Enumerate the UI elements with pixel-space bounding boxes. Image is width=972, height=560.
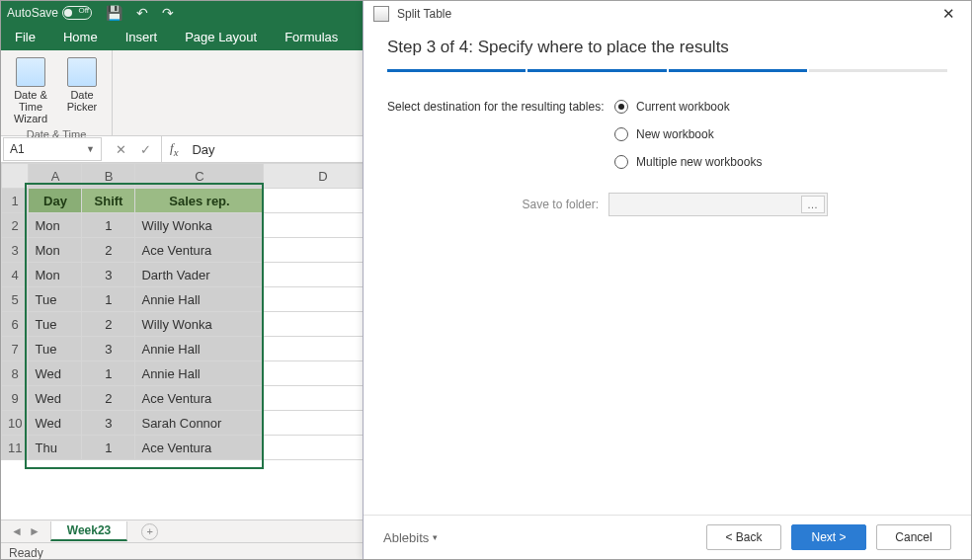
autosave-label: AutoSave [7, 6, 58, 20]
save-folder-label: Save to folder: [387, 198, 599, 211]
row-header[interactable]: 10 [2, 411, 29, 436]
tab-formulas[interactable]: Formulas [271, 25, 352, 50]
tab-file[interactable]: File [1, 25, 49, 50]
cell[interactable]: Mon [29, 263, 82, 287]
destination-label: Select destination for the resulting tab… [387, 100, 614, 114]
calendar-clock-icon [16, 57, 45, 87]
tab-pagelayout[interactable]: Page Layout [171, 25, 271, 50]
radio-current-workbook[interactable]: Current workbook [614, 100, 762, 114]
quick-access-toolbar: 💾 ↶ ↷ [106, 5, 174, 21]
cancel-button[interactable]: Cancel [876, 524, 951, 550]
cell[interactable]: Darth Vader [135, 263, 264, 287]
cell[interactable]: Annie Hall [135, 287, 264, 312]
formula-value[interactable]: Day [186, 142, 214, 157]
cell[interactable]: Tue [29, 337, 82, 361]
cell[interactable]: Sarah Connor [135, 411, 264, 436]
sheet-nav[interactable]: ◄ ► [1, 524, 50, 538]
cell[interactable]: 1 [82, 436, 135, 460]
col-header-B[interactable]: B [82, 164, 135, 189]
row-header[interactable]: 9 [2, 386, 29, 411]
cell[interactable]: 2 [82, 238, 135, 263]
cell[interactable]: Sales rep. [135, 189, 264, 213]
toggle-icon: Off [62, 6, 92, 20]
tab-home[interactable]: Home [49, 25, 112, 50]
cell[interactable]: Day [29, 189, 82, 213]
row-header[interactable]: 8 [2, 361, 29, 386]
cell[interactable]: Mon [29, 213, 82, 238]
status-text: Ready [9, 546, 43, 560]
row-header[interactable]: 6 [2, 312, 29, 337]
cell[interactable]: 3 [82, 337, 135, 361]
cell[interactable]: Tue [29, 287, 82, 312]
tab-insert[interactable]: Insert [112, 25, 172, 50]
cell[interactable]: Ace Ventura [135, 238, 264, 263]
chevron-down-icon: ▾ [433, 532, 438, 542]
add-sheet-button[interactable]: + [141, 523, 158, 540]
save-icon[interactable]: 💾 [106, 5, 122, 21]
split-table-dialog: Split Table ✕ Step 3 of 4: Specify where… [363, 1, 971, 559]
date-time-wizard-button[interactable]: Date & Time Wizard [7, 54, 54, 127]
cell[interactable]: Annie Hall [135, 337, 264, 361]
cell[interactable]: Mon [29, 238, 82, 263]
cell[interactable]: Tue [29, 312, 82, 337]
cancel-edit-icon[interactable]: ✕ [116, 142, 126, 157]
cell[interactable]: Wed [29, 386, 82, 411]
cell[interactable]: 2 [82, 312, 135, 337]
brand-menu[interactable]: Ablebits ▾ [383, 530, 438, 545]
cell[interactable]: 3 [82, 411, 135, 436]
cell[interactable]: Annie Hall [135, 361, 264, 386]
sheet-tab-active[interactable]: Week23 [50, 521, 127, 541]
col-header-A[interactable]: A [29, 164, 82, 189]
cell[interactable]: Shift [82, 189, 135, 213]
row-header[interactable]: 5 [2, 287, 29, 312]
formula-buttons: ✕ ✓ [106, 136, 162, 162]
cell[interactable]: Wed [29, 411, 82, 436]
browse-folder-button: … [801, 196, 825, 213]
ribbon-group-datetime: Date & Time Wizard Date Picker Date & Ti… [1, 50, 113, 135]
radio-icon [614, 155, 628, 169]
calendar-icon [67, 57, 97, 87]
sheet-prev-icon[interactable]: ◄ [11, 524, 23, 538]
save-folder-input: … [608, 193, 828, 216]
row-header[interactable]: 7 [2, 337, 29, 361]
dialog-body: Select destination for the resulting tab… [364, 72, 971, 216]
cell[interactable]: 1 [82, 213, 135, 238]
cell[interactable]: 1 [82, 361, 135, 386]
back-button[interactable]: < Back [706, 524, 781, 550]
dialog-icon [373, 6, 389, 22]
cell[interactable]: Willy Wonka [135, 213, 264, 238]
radio-multiple-workbooks[interactable]: Multiple new workbooks [614, 155, 762, 169]
cell[interactable]: 1 [82, 287, 135, 312]
dialog-title: Split Table [397, 7, 451, 21]
next-button[interactable]: Next > [791, 524, 866, 550]
cell[interactable]: 2 [82, 386, 135, 411]
dialog-footer: Ablebits ▾ < Back Next > Cancel [364, 515, 971, 559]
radio-new-workbook[interactable]: New workbook [614, 127, 762, 141]
undo-icon[interactable]: ↶ [136, 5, 148, 21]
cell[interactable]: Ace Ventura [135, 436, 264, 460]
row-header[interactable]: 4 [2, 263, 29, 287]
select-all-corner[interactable] [2, 164, 29, 189]
cell[interactable]: Willy Wonka [135, 312, 264, 337]
date-picker-button[interactable]: Date Picker [58, 54, 106, 127]
fx-icon[interactable]: fx [162, 140, 186, 158]
autosave-toggle[interactable]: AutoSave Off [7, 6, 92, 20]
dialog-heading: Step 3 of 4: Specify where to place the … [364, 28, 971, 65]
cell[interactable]: Thu [29, 436, 82, 460]
close-button[interactable]: ✕ [936, 3, 961, 25]
redo-icon[interactable]: ↷ [162, 5, 174, 21]
name-box[interactable]: A1 ▼ [3, 137, 102, 161]
sheet-next-icon[interactable]: ► [29, 524, 40, 538]
radio-icon [614, 127, 628, 141]
cell[interactable]: Wed [29, 361, 82, 386]
row-header[interactable]: 1 [2, 189, 29, 213]
chevron-down-icon: ▼ [86, 144, 95, 154]
cell[interactable]: 3 [82, 263, 135, 287]
col-header-C[interactable]: C [135, 164, 264, 189]
row-header[interactable]: 11 [2, 436, 29, 460]
accept-edit-icon[interactable]: ✓ [140, 142, 151, 157]
row-header[interactable]: 2 [2, 213, 29, 238]
cell[interactable]: Ace Ventura [135, 386, 264, 411]
row-header[interactable]: 3 [2, 238, 29, 263]
radio-icon [614, 100, 628, 114]
